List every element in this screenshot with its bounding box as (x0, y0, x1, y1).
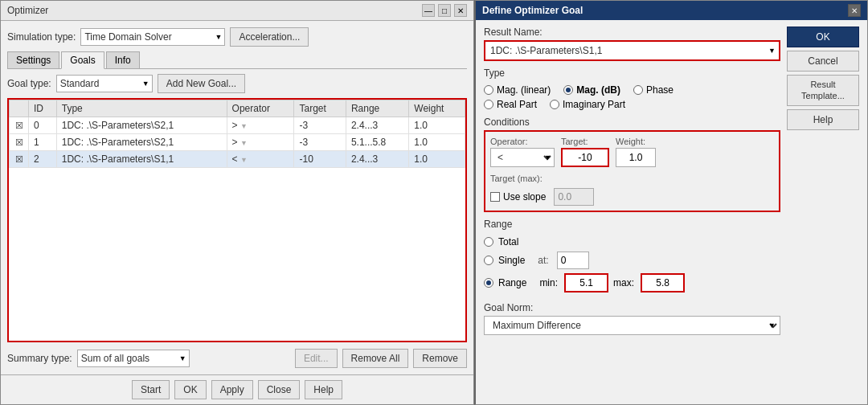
range-single-option[interactable]: Single at: (484, 252, 780, 269)
range-min-input[interactable] (564, 273, 608, 292)
operator-select[interactable]: < > (490, 148, 555, 167)
range-label: Range (484, 219, 780, 230)
use-slope-checkbox[interactable] (490, 192, 500, 202)
row-operator-cell: < ▼ (227, 151, 294, 168)
tab-info[interactable]: Info (106, 51, 140, 68)
target-field-group: Target: (561, 137, 609, 167)
define-content: Result Name: 1DC: .\S-Parameters\S1,1 ▼ … (476, 20, 867, 404)
result-template-button[interactable]: Result Template... (787, 75, 859, 106)
type-label: Type (484, 68, 780, 79)
range-range-option[interactable]: Range min: max: (484, 273, 780, 292)
row-check-cell[interactable]: ☒ (10, 134, 29, 151)
row-type-cell: 1DC: .\S-Parameters\S1,1 (56, 151, 227, 168)
optimizer-window: Optimizer — □ ✕ Simulation type: Time Do… (0, 0, 474, 405)
weight-input[interactable] (616, 148, 656, 167)
define-title: Define Optimizer Goal (482, 5, 583, 16)
row-type-cell: 1DC: .\S-Parameters\S2,1 (56, 117, 227, 134)
imaginary-part-radio-icon (550, 100, 559, 109)
check-icon: ☒ (15, 154, 23, 164)
range-max-label: max: (613, 277, 634, 288)
mag-linear-label: Mag. (linear) (497, 84, 551, 96)
target-field-label: Target: (561, 137, 609, 146)
simulation-type-row: Simulation type: Time Domain Solver ▼ Ac… (7, 27, 467, 47)
type-mag-linear[interactable]: Mag. (linear) (484, 84, 551, 96)
type-real-part[interactable]: Real Part (484, 99, 537, 110)
row-type-cell: 1DC: .\S-Parameters\S2,1 (56, 134, 227, 151)
goal-type-row: Goal type: Standard ▼ Add New Goal... (7, 74, 467, 93)
start-button[interactable]: Start (132, 380, 170, 399)
real-part-label: Real Part (497, 99, 537, 110)
define-cancel-button[interactable]: Cancel (787, 51, 859, 72)
row-range-cell: 2.4...3 (346, 117, 408, 134)
remove-button[interactable]: Remove (413, 349, 467, 368)
table-row[interactable]: ☒ 0 1DC: .\S-Parameters\S2,1 > ▼ -3 2.4.… (10, 117, 465, 134)
goals-table-wrapper: ID Type Operator Target Range Weight ☒ 0… (7, 98, 467, 342)
define-right-buttons: OK Cancel Result Template... Help (787, 27, 859, 398)
result-name-select[interactable]: 1DC: .\S-Parameters\S1,1 (484, 40, 780, 61)
close-button[interactable]: ✕ (454, 4, 467, 17)
operator-field-label: Operator: (490, 137, 555, 146)
conditions-section: Conditions Operator: < > ▼ (484, 117, 780, 212)
conditions-box: Operator: < > ▼ Target: (484, 130, 780, 212)
remove-all-button[interactable]: Remove All (342, 349, 409, 368)
col-header-id: ID (29, 100, 57, 117)
row-weight-cell: 1.0 (409, 134, 465, 151)
simulation-type-select[interactable]: Time Domain Solver (80, 28, 225, 46)
type-mag-db[interactable]: Mag. (dB) (563, 84, 620, 96)
table-row[interactable]: ☒ 1 1DC: .\S-Parameters\S2,1 > ▼ -3 5.1.… (10, 134, 465, 151)
conditions-label: Conditions (484, 117, 780, 128)
define-close-button[interactable]: ✕ (848, 4, 861, 17)
goal-norm-select[interactable]: Maximum Difference (484, 316, 780, 335)
optimizer-title: Optimizer (7, 5, 48, 16)
row-range-cell: 2.4...3 (346, 151, 408, 168)
close-button[interactable]: Close (258, 380, 301, 399)
goal-type-select[interactable]: Standard (56, 75, 153, 92)
optimizer-content: Simulation type: Time Domain Solver ▼ Ac… (1, 21, 473, 374)
simulation-type-label: Simulation type: (7, 31, 76, 43)
range-single-at-label: at: (538, 255, 548, 266)
type-imaginary-part[interactable]: Imaginary Part (550, 99, 625, 110)
row-check-cell[interactable]: ☒ (10, 151, 29, 168)
define-ok-button[interactable]: OK (787, 27, 859, 47)
maximize-button[interactable]: □ (438, 4, 451, 17)
help-button[interactable]: Help (305, 380, 342, 399)
range-max-input[interactable] (641, 273, 685, 292)
edit-button[interactable]: Edit... (295, 349, 338, 368)
acceleration-button[interactable]: Acceleration... (230, 27, 309, 47)
optimizer-bottom-buttons: Start OK Apply Close Help (1, 374, 473, 404)
summary-select-wrapper: Sum of all goals ▼ (77, 350, 190, 367)
row-range-cell: 5.1...5.8 (346, 134, 408, 151)
apply-button[interactable]: Apply (211, 380, 253, 399)
row-target-cell: -3 (294, 117, 346, 134)
tab-goals[interactable]: Goals (61, 51, 104, 69)
type-phase[interactable]: Phase (633, 84, 674, 96)
minimize-button[interactable]: — (422, 4, 435, 17)
range-total-option[interactable]: Total (484, 236, 780, 248)
summary-type-select[interactable]: Sum of all goals (77, 350, 190, 367)
row-check-cell[interactable]: ☒ (10, 117, 29, 134)
range-min-label: min: (539, 277, 558, 288)
range-inputs: min: max: (539, 273, 685, 292)
ok-button[interactable]: OK (174, 380, 206, 399)
range-section: Range Total Single at: Range min: (484, 219, 780, 292)
define-main: Result Name: 1DC: .\S-Parameters\S1,1 ▼ … (484, 27, 780, 398)
tab-settings[interactable]: Settings (7, 51, 59, 68)
table-row[interactable]: ☒ 2 1DC: .\S-Parameters\S1,1 < ▼ -10 2.4… (10, 151, 465, 168)
target-input[interactable] (561, 148, 609, 167)
mag-db-label: Mag. (dB) (576, 84, 620, 96)
range-single-radio-icon (484, 256, 493, 265)
simulation-select-wrapper: Time Domain Solver ▼ (80, 28, 225, 46)
tab-bar: Settings Goals Info (7, 51, 467, 69)
range-total-label: Total (498, 236, 518, 248)
col-header-operator: Operator (227, 100, 294, 117)
summary-type-label: Summary type: (7, 353, 72, 364)
add-new-goal-button[interactable]: Add New Goal... (158, 74, 245, 93)
row-id-cell: 1 (29, 134, 57, 151)
weight-field-group: Weight: (616, 137, 656, 167)
row-target-cell: -3 (294, 134, 346, 151)
define-help-button[interactable]: Help (787, 109, 859, 130)
row-operator-cell: > ▼ (227, 134, 294, 151)
mag-db-radio-icon (563, 85, 573, 95)
mag-linear-radio-icon (484, 85, 493, 95)
imaginary-part-label: Imaginary Part (563, 99, 625, 110)
